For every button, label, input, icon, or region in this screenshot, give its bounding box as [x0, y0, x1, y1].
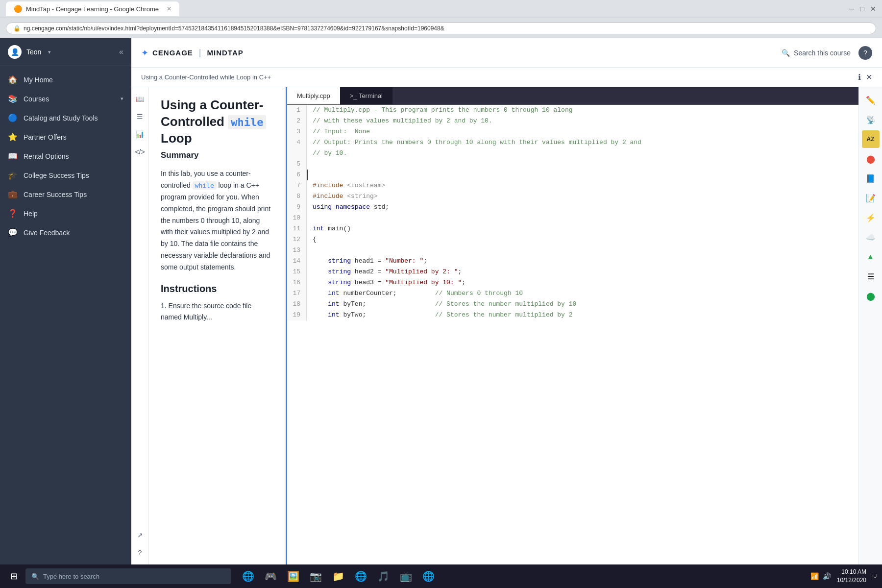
sidebar-item-career-tips[interactable]: 💼 Career Success Tips	[0, 185, 131, 204]
taskbar-app-app3[interactable]: 🖼️	[282, 565, 304, 587]
code-line: 4 // Output: Prints the numbers 0 throug…	[287, 137, 858, 148]
instructions-content: Using a Counter-Controlled while Loop Su…	[161, 97, 274, 323]
terminal-label: >_ Terminal	[350, 92, 383, 99]
list-icon[interactable]: ☰	[137, 113, 143, 121]
book-icon[interactable]: 📖	[136, 95, 144, 103]
sidebar-item-rental-options[interactable]: 📖 Rental Options	[0, 147, 131, 166]
taskbar-right: 📶 🔊 10:10 AM 10/12/2020 🗨	[810, 568, 878, 585]
sidebar-item-label: My Home	[24, 76, 123, 84]
app-wrapper: 👤 Teon ▾ « 🏠 My Home 📚 Courses ▾ 🔵 Catal…	[0, 38, 882, 564]
taskbar-app-folder[interactable]: 📁	[327, 565, 349, 587]
toolbar-circle2-btn[interactable]: ⬤	[862, 287, 880, 305]
code-line: 7 #include <iostream>	[287, 180, 858, 191]
taskbar-app-chrome[interactable]: 🌐	[350, 565, 371, 587]
search-label: Search this course	[794, 49, 851, 57]
sidebar-item-courses[interactable]: 📚 Courses ▾	[0, 89, 131, 108]
maximize-icon[interactable]: □	[860, 5, 864, 13]
code-editor[interactable]: 1 // Multiply.cpp - This program prints …	[287, 105, 858, 564]
help-question-icon: ?	[863, 49, 867, 57]
help-button[interactable]: ?	[858, 46, 872, 60]
courses-icon: 📚	[8, 94, 18, 103]
toolbar-az-btn[interactable]: AZ	[862, 130, 880, 148]
terminal-tab[interactable]: >_ Terminal	[340, 87, 392, 104]
sidebar-nav: 🏠 My Home 📚 Courses ▾ 🔵 Catalog and Stud…	[0, 66, 131, 564]
sidebar: 👤 Teon ▾ « 🏠 My Home 📚 Courses ▾ 🔵 Catal…	[0, 38, 131, 564]
toolbar-pencil-btn[interactable]: ✏️	[862, 91, 880, 109]
code-icon[interactable]: </>	[135, 148, 145, 156]
while-inline-keyword: while	[193, 181, 217, 190]
taskbar-app-netflix[interactable]: 📺	[395, 565, 416, 587]
main-content: ✦ CENGAGE | MINDTAP 🔍 Search this course…	[131, 38, 882, 564]
sidebar-item-label: Catalog and Study Tools	[24, 114, 123, 122]
sidebar-item-give-feedback[interactable]: 💬 Give Feedback	[0, 223, 131, 242]
close-icon[interactable]: ✕	[870, 5, 876, 13]
file-tab-multiply[interactable]: Multiply.cpp	[287, 87, 340, 104]
toolbar-drive-btn[interactable]: ▲	[862, 248, 880, 266]
lesson-title: Using a Counter-Controlled while Loop	[161, 97, 274, 147]
toolbar-book-btn[interactable]: 📘	[862, 170, 880, 187]
summary-heading: Summary	[161, 150, 274, 160]
chart-icon[interactable]: 📊	[136, 130, 144, 138]
app-logo: ✦ CENGAGE | MINDTAP	[141, 48, 244, 58]
sidebar-item-help[interactable]: ❓ Help	[0, 204, 131, 223]
toolbar-cloud-btn[interactable]: ☁️	[862, 228, 880, 246]
logo-separator: |	[199, 48, 201, 58]
mindtap-name: MINDTAP	[207, 49, 244, 57]
title-part3: Loop	[161, 131, 192, 146]
browser-tab[interactable]: 🟠 MindTap - Cengage Learning - Google Ch…	[6, 1, 179, 16]
notification-icon[interactable]: 🗨	[872, 573, 878, 580]
code-line: // by 10.	[287, 148, 858, 159]
sound-icon: 🔊	[823, 572, 831, 580]
breadcrumb-bar: Using a Counter-Controlled while Loop in…	[131, 68, 882, 87]
career-icon: 💼	[8, 190, 18, 199]
sidebar-item-label: Give Feedback	[24, 229, 123, 237]
clock-time: 10:10 AM	[837, 568, 866, 576]
close-panel-icon[interactable]: ✕	[866, 73, 872, 82]
sidebar-item-label: Rental Options	[24, 152, 123, 160]
help-small-icon[interactable]: ?	[138, 549, 142, 557]
sidebar-item-label: College Success Tips	[24, 172, 123, 179]
toolbar-note-btn[interactable]: 📝	[862, 189, 880, 207]
code-line: 13	[287, 245, 858, 256]
taskbar-app-edge[interactable]: 🌐	[237, 565, 259, 587]
toolbar-lines-btn[interactable]: ☰	[862, 268, 880, 285]
toolbar-flash-btn[interactable]: ⚡	[862, 209, 880, 226]
taskbar-app-roblox[interactable]: 🎮	[260, 565, 281, 587]
url-input[interactable]: 🔒 ng.cengage.com/static/nb/ui/evo/index.…	[6, 23, 876, 34]
toolbar-circle-btn[interactable]: ⬤	[862, 150, 880, 168]
sidebar-item-partner-offers[interactable]: ⭐ Partner Offers	[0, 127, 131, 147]
code-line: 2 // with these values multiplied by 2 a…	[287, 116, 858, 126]
tab-close-icon[interactable]: ✕	[167, 5, 172, 12]
sidebar-item-my-home[interactable]: 🏠 My Home	[0, 70, 131, 89]
minimize-icon[interactable]: ─	[850, 5, 855, 13]
search-icon: 🔍	[31, 573, 39, 580]
taskbar-app-music[interactable]: 🎵	[372, 565, 394, 587]
right-toolbar: ✏️ 📡 AZ ⬤ 📘 📝 ⚡ ☁️ ▲ ☰ ⬤	[858, 87, 882, 564]
code-line: 11 int main()	[287, 223, 858, 234]
toolbar-rss-btn[interactable]: 📡	[862, 111, 880, 128]
sidebar-user[interactable]: 👤 Teon ▾ «	[0, 38, 131, 66]
search-button[interactable]: 🔍 Search this course	[782, 49, 851, 57]
sidebar-item-catalog[interactable]: 🔵 Catalog and Study Tools	[0, 108, 131, 127]
college-icon: 🎓	[8, 171, 18, 180]
summary-body: In this lab, you use a counter-controlle…	[161, 168, 274, 273]
code-line: 6	[287, 170, 858, 180]
taskbar-search[interactable]: 🔍 Type here to search	[25, 568, 231, 584]
code-tabs: Multiply.cpp >_ Terminal	[287, 87, 858, 105]
search-placeholder: Type here to search	[43, 573, 99, 580]
lock-icon: 🔒	[13, 25, 21, 32]
share-icon[interactable]: ↗	[137, 531, 143, 539]
sidebar-collapse-icon[interactable]: «	[119, 48, 123, 56]
taskbar-app-browser2[interactable]: 🌐	[417, 565, 439, 587]
info-icon[interactable]: ℹ	[858, 73, 861, 82]
home-icon: 🏠	[8, 75, 18, 84]
user-chevron-icon[interactable]: ▾	[48, 49, 51, 55]
start-button[interactable]: ⊞	[4, 566, 24, 586]
taskbar-app-instagram[interactable]: 📷	[305, 565, 326, 587]
instructions-panel: 📖 ☰ 📊 </> ↗ ? Using a Counter-Controlled…	[131, 87, 287, 564]
code-panel: Multiply.cpp >_ Terminal 1 // Multiply.c…	[287, 87, 858, 564]
search-icon: 🔍	[782, 49, 790, 57]
code-line: 3 // Input: None	[287, 126, 858, 137]
sidebar-item-college-tips[interactable]: 🎓 College Success Tips	[0, 166, 131, 185]
step-1: 1. Ensure the source code file named Mul…	[161, 300, 274, 324]
